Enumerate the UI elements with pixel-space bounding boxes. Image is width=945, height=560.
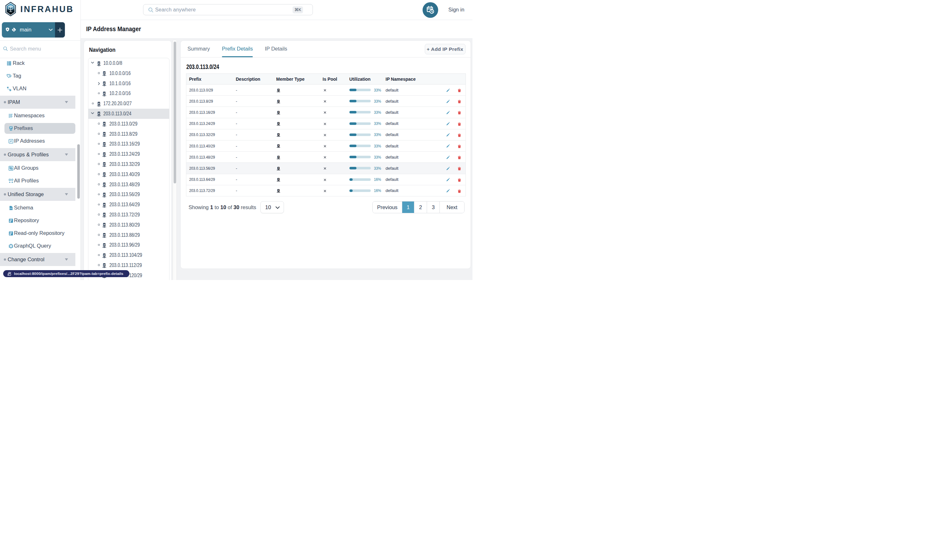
svg-text:IP: IP: [103, 264, 105, 266]
svg-text:IP: IP: [277, 156, 279, 158]
svg-text:IP: IP: [103, 194, 105, 195]
svg-text:IP: IP: [103, 204, 105, 206]
svg-text:IP: IP: [103, 163, 105, 165]
svg-text:IP: IP: [103, 82, 105, 84]
svg-text:IP: IP: [103, 173, 105, 175]
svg-text:IP: IP: [103, 254, 105, 256]
svg-text:IP: IP: [277, 145, 279, 146]
svg-text:IP: IP: [98, 103, 100, 105]
svg-text:IP: IP: [277, 89, 279, 91]
svg-text:IP: IP: [277, 178, 279, 180]
svg-text:IP: IP: [277, 123, 279, 124]
svg-text:IP: IP: [277, 168, 279, 169]
svg-text:IP: IP: [103, 72, 105, 74]
svg-text:IP: IP: [103, 234, 105, 236]
svg-text:IP: IP: [277, 112, 279, 113]
svg-text:IP: IP: [103, 244, 105, 246]
svg-text:IP: IP: [103, 214, 105, 215]
svg-text:IP: IP: [103, 143, 105, 145]
svg-text:IP: IP: [98, 62, 100, 64]
svg-text:IP: IP: [103, 224, 105, 226]
svg-text:IP: IP: [277, 100, 279, 102]
svg-text:IP: IP: [277, 134, 279, 135]
svg-text:IP: IP: [103, 183, 105, 185]
svg-text:IP: IP: [103, 123, 105, 125]
svg-text:IP: IP: [10, 126, 12, 129]
svg-text:IP: IP: [103, 133, 105, 135]
svg-text:IP: IP: [103, 92, 105, 94]
svg-text:IP: IP: [10, 140, 12, 142]
svg-text:IP: IP: [98, 112, 100, 114]
svg-text:IP: IP: [277, 190, 279, 191]
svg-text:IP: IP: [103, 153, 105, 155]
